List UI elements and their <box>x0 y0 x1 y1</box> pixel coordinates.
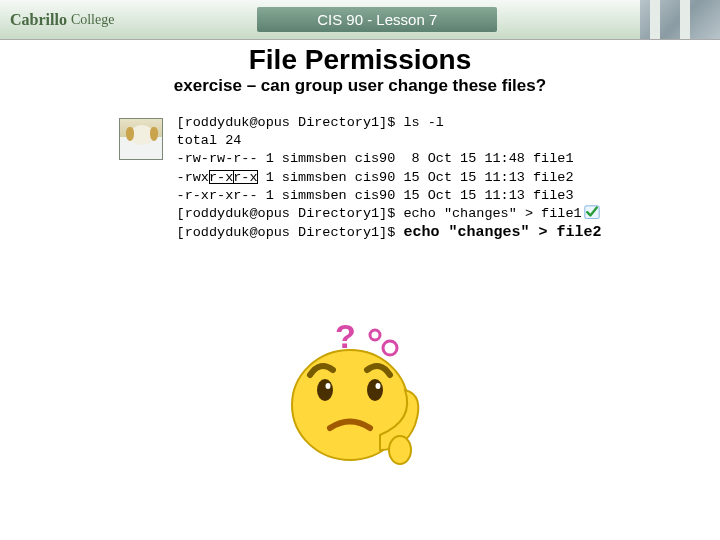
svg-text:?: ? <box>335 320 356 355</box>
header-photo <box>640 0 720 39</box>
svg-point-8 <box>383 341 397 355</box>
command: echo "changes" > file1 <box>403 206 581 221</box>
prompt: [roddyduk@opus Directory1]$ <box>177 225 404 240</box>
output-line: -r-xr-xr-- 1 simmsben cis90 15 Oct 15 11… <box>177 188 574 203</box>
college-logo: Cabrillo College <box>0 0 114 39</box>
svg-point-7 <box>370 330 380 340</box>
header-banner: Cabrillo College CIS 90 - Lesson 7 <box>0 0 720 40</box>
terminal-block: [roddyduk@opus Directory1]$ ls -l total … <box>119 114 602 280</box>
svg-point-6 <box>389 436 411 464</box>
output-line: -rwxr-xr-x 1 simmsben cis90 15 Oct 15 11… <box>177 170 574 185</box>
thinking-face-icon: ? <box>275 320 425 480</box>
svg-point-5 <box>376 383 381 389</box>
course-title: CIS 90 - Lesson 7 <box>257 7 497 32</box>
prompt: [roddyduk@opus Directory1]$ <box>177 115 404 130</box>
svg-point-4 <box>326 383 331 389</box>
logo-main-text: Cabrillo <box>10 11 67 29</box>
output-line: total 24 <box>177 133 242 148</box>
dog-avatar-icon <box>119 118 163 160</box>
checkmark-icon <box>584 205 600 219</box>
command-bold: echo "changes" > file2 <box>403 224 601 241</box>
title-bar: CIS 90 - Lesson 7 <box>114 0 640 39</box>
slide-title: File Permissions <box>0 44 720 76</box>
logo-sub-text: College <box>71 12 115 28</box>
prompt: [roddyduk@opus Directory1]$ <box>177 206 404 221</box>
command: ls -l <box>403 115 444 130</box>
svg-point-3 <box>367 379 383 401</box>
svg-point-2 <box>317 379 333 401</box>
slide-subtitle: exercise – can group user change these f… <box>0 76 720 96</box>
output-line: -rw-rw-r-- 1 simmsben cis90 8 Oct 15 11:… <box>177 151 574 166</box>
terminal-output: [roddyduk@opus Directory1]$ ls -l total … <box>177 114 602 280</box>
